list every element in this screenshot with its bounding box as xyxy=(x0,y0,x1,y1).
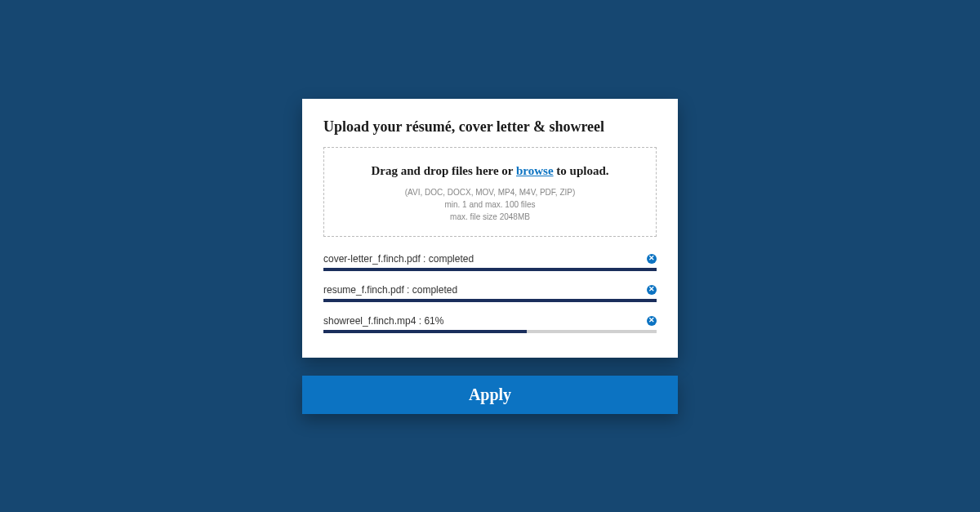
dropzone-hints: (AVI, DOC, DOCX, MOV, MP4, M4V, PDF, ZIP… xyxy=(332,186,648,223)
remove-file-icon[interactable]: ✕ xyxy=(647,285,657,295)
file-status: 61% xyxy=(424,315,443,327)
dropzone-instruction: Drag and drop files here or browse to up… xyxy=(332,164,648,178)
file-label: showreel_f.finch.mp4 : 61% xyxy=(323,315,443,327)
hint-limits: min. 1 and max. 100 files xyxy=(332,198,648,211)
card-title: Upload your résumé, cover letter & showr… xyxy=(323,118,657,136)
file-status: completed xyxy=(429,253,474,265)
file-name: showreel_f.finch.mp4 xyxy=(323,315,416,327)
file-row: cover-letter_f.finch.pdf : completed ✕ xyxy=(323,253,657,271)
dropzone-text-prefix: Drag and drop files here or xyxy=(371,164,516,177)
upload-card: Upload your résumé, cover letter & showr… xyxy=(302,99,678,358)
file-label: cover-letter_f.finch.pdf : completed xyxy=(323,253,474,265)
file-row: showreel_f.finch.mp4 : 61% ✕ xyxy=(323,315,657,333)
remove-file-icon[interactable]: ✕ xyxy=(647,254,657,264)
apply-button[interactable]: Apply xyxy=(302,376,678,414)
file-name: resume_f.finch.pdf xyxy=(323,284,404,296)
progress-bar xyxy=(323,330,657,333)
hint-formats: (AVI, DOC, DOCX, MOV, MP4, M4V, PDF, ZIP… xyxy=(332,186,648,198)
hint-maxsize: max. file size 2048MB xyxy=(332,211,648,223)
file-label: resume_f.finch.pdf : completed xyxy=(323,284,457,296)
progress-fill xyxy=(323,268,657,271)
progress-bar xyxy=(323,268,657,271)
progress-fill xyxy=(323,330,527,333)
file-list: cover-letter_f.finch.pdf : completed ✕ r… xyxy=(323,253,657,333)
progress-fill xyxy=(323,299,657,302)
browse-link[interactable]: browse xyxy=(516,164,554,177)
dropzone-text-suffix: to upload. xyxy=(554,164,609,177)
file-status: completed xyxy=(412,284,457,296)
file-name: cover-letter_f.finch.pdf xyxy=(323,253,421,265)
dropzone[interactable]: Drag and drop files here or browse to up… xyxy=(323,147,657,237)
progress-bar xyxy=(323,299,657,302)
file-row: resume_f.finch.pdf : completed ✕ xyxy=(323,284,657,302)
remove-file-icon[interactable]: ✕ xyxy=(647,316,657,326)
